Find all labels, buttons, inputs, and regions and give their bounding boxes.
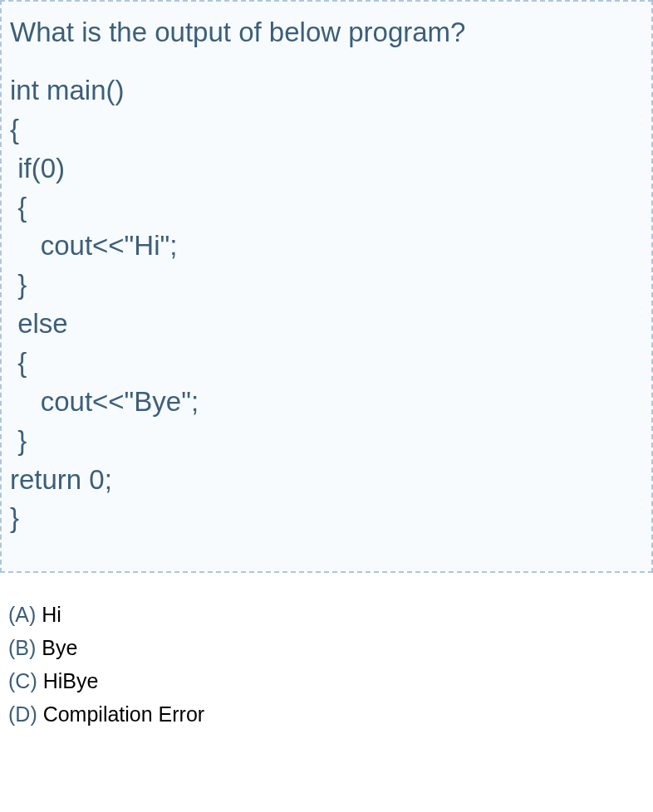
answer-text: Bye xyxy=(36,636,77,659)
answer-option-a[interactable]: (A) Hi xyxy=(8,598,645,631)
code-block: int main() { if(0) { cout<<"Hi"; } else … xyxy=(10,71,643,538)
answer-text: HiBye xyxy=(37,669,99,692)
answer-text: Compilation Error xyxy=(37,702,204,726)
answer-label: (C) xyxy=(8,669,37,692)
answer-label: (A) xyxy=(8,603,36,626)
answer-label: (B) xyxy=(8,636,36,659)
answers-list: (A) Hi (B) Bye (C) HiBye (D) Compilation… xyxy=(0,573,653,739)
question-box: What is the output of below program? int… xyxy=(0,0,653,573)
answer-text: Hi xyxy=(36,603,61,626)
answer-label: (D) xyxy=(8,702,37,726)
answer-option-c[interactable]: (C) HiBye xyxy=(8,664,645,697)
answer-option-d[interactable]: (D) Compilation Error xyxy=(8,697,645,731)
answer-option-b[interactable]: (B) Bye xyxy=(8,631,645,664)
question-title: What is the output of below program? xyxy=(10,17,643,48)
